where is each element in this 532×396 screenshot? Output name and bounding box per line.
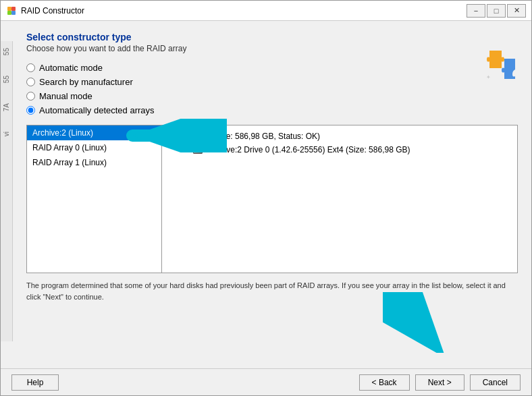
page-title: Select constructor type	[26, 32, 518, 43]
svg-rect-1	[11, 11, 16, 15]
radio-auto-detected[interactable]: Automatically detected arrays	[26, 105, 518, 115]
radio-auto-detected-input[interactable]	[26, 106, 35, 115]
page-header: Select constructor type Choose how you w…	[26, 32, 518, 53]
back-button[interactable]: < Back	[359, 374, 410, 391]
svg-rect-2	[7, 11, 11, 15]
close-button[interactable]: ✕	[507, 4, 526, 18]
tree-drive0: — Archive:2 Drive 0 (1.42.6-25556) Ext4 …	[167, 143, 512, 157]
left-list[interactable]: Archive:2 (Linux) RAID Array 0 (Linux) R…	[27, 125, 162, 273]
app-icon	[6, 5, 17, 16]
title-bar: RAID Constructor − □ ✕	[1, 1, 531, 21]
content-area: ✦ Select constructor type Choose how you…	[13, 21, 531, 368]
hdd-icon	[167, 132, 178, 140]
radio-section: Automatic mode Search by manufacturer Ma…	[26, 63, 518, 115]
puzzle-icon: ✦	[483, 44, 519, 82]
footer: Help < Back Next > Cancel	[1, 368, 531, 395]
list-item-archive2[interactable]: Archive:2 (Linux)	[27, 125, 161, 140]
radio-manual[interactable]: Manual mode	[26, 91, 518, 101]
next-button[interactable]: Next >	[415, 374, 464, 391]
radio-search-input[interactable]	[26, 78, 35, 86]
window-controls: − □ ✕	[467, 4, 526, 18]
tree-drive0-label: Archive:2 Drive 0 (1.42.6-25556) Ext4 (S…	[208, 145, 410, 154]
radio-automatic-input[interactable]	[26, 63, 35, 72]
cancel-button[interactable]: Cancel	[470, 374, 521, 391]
svg-rect-3	[11, 7, 16, 11]
restore-button[interactable]: □	[487, 4, 506, 18]
radio-search[interactable]: Search by manufacturer	[26, 77, 518, 87]
radio-automatic-label: Automatic mode	[39, 63, 103, 73]
radio-automatic[interactable]: Automatic mode	[26, 63, 518, 73]
footer-right: < Back Next > Cancel	[359, 374, 521, 391]
radio-search-label: Search by manufacturer	[39, 77, 133, 87]
radio-manual-input[interactable]	[26, 92, 35, 101]
footer-left: Help	[11, 374, 59, 391]
help-button[interactable]: Help	[11, 374, 59, 391]
list-item-raid0[interactable]: RAID Array 0 (Linux)	[27, 140, 161, 155]
svg-rect-0	[7, 7, 11, 11]
drive-icon	[193, 146, 203, 154]
main-window: RAID Constructor − □ ✕ 55 55 7A vi ✦	[0, 0, 532, 396]
sidebar-strip: 55 55 7A vi	[1, 41, 13, 341]
radio-manual-label: Manual mode	[39, 91, 92, 101]
right-panel: RAID 5 (Size: 586,98 GB, Status: OK) — A…	[162, 125, 517, 273]
page-subtitle: Choose how you want to add the RAID arra…	[26, 44, 518, 53]
info-text: The program determined that some of your…	[26, 280, 518, 302]
radio-auto-detected-label: Automatically detected arrays	[39, 105, 155, 115]
list-item-raid1[interactable]: RAID Array 1 (Linux)	[27, 155, 161, 170]
tree-raid5: RAID 5 (Size: 586,98 GB, Status: OK)	[167, 130, 512, 143]
tree-raid5-label: RAID 5 (Size: 586,98 GB, Status: OK)	[184, 132, 320, 141]
lists-section: Archive:2 (Linux) RAID Array 0 (Linux) R…	[26, 125, 518, 273]
minimize-button[interactable]: −	[467, 4, 485, 18]
svg-text:✦: ✦	[486, 74, 491, 80]
window-title: RAID Constructor	[21, 6, 467, 16]
